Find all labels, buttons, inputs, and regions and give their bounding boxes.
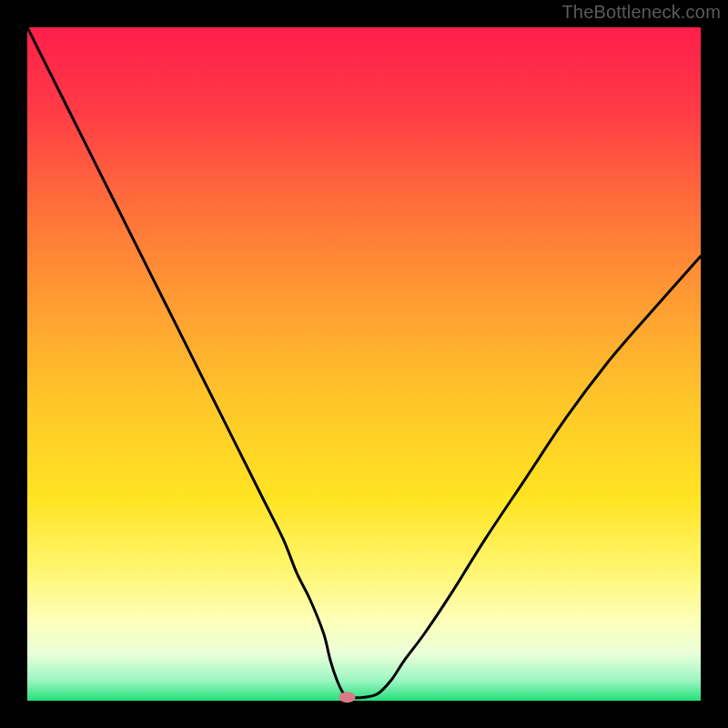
- min-point-marker: [339, 692, 356, 703]
- watermark-label: TheBottleneck.com: [561, 2, 721, 23]
- plot-background: [27, 27, 701, 701]
- chart-svg: [0, 0, 728, 728]
- chart-container: TheBottleneck.com: [0, 0, 728, 728]
